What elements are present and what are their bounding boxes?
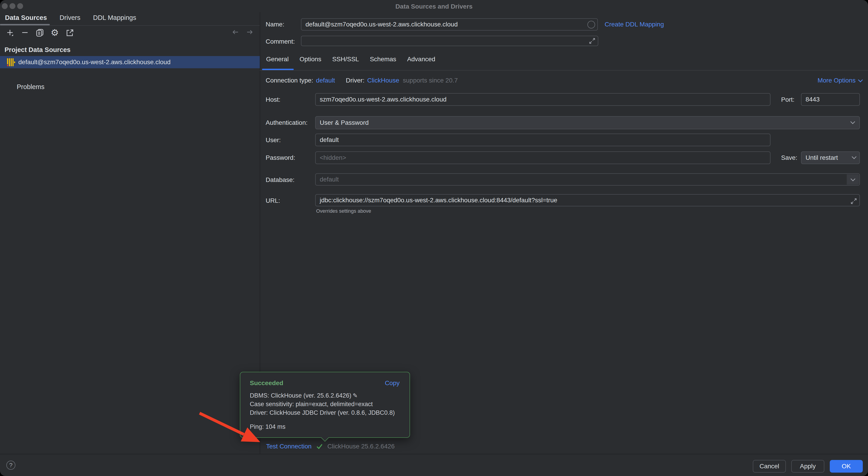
window-title: Data Sources and Drivers bbox=[0, 3, 868, 10]
data-sources-dialog: Data Sources and Drivers Data Sources Dr… bbox=[0, 0, 868, 476]
port-value: 8443 bbox=[806, 96, 819, 103]
sidebar-divider bbox=[0, 25, 260, 26]
edit-pencil-icon[interactable]: ✎ bbox=[353, 392, 358, 399]
authentication-value: User & Password bbox=[320, 119, 369, 126]
chevron-down-icon bbox=[850, 120, 855, 124]
cancel-label: Cancel bbox=[760, 463, 779, 470]
gear-icon: ⚙ bbox=[51, 28, 59, 37]
password-label: Password: bbox=[266, 154, 295, 161]
cancel-button[interactable]: Cancel bbox=[753, 460, 786, 473]
tab-options[interactable]: Options bbox=[300, 56, 321, 63]
user-value: default bbox=[320, 136, 339, 143]
more-options-toggle[interactable]: More Options bbox=[817, 77, 862, 84]
driver-link[interactable]: ClickHouse bbox=[367, 77, 399, 84]
authentication-select[interactable]: User & Password bbox=[315, 116, 860, 129]
connection-type-label: Connection type: bbox=[266, 77, 313, 84]
driver-line: Driver: ClickHouse JDBC Driver (ver. 0.8… bbox=[250, 408, 395, 417]
connection-tabs: General Options SSH/SSL Schemas Advanced bbox=[266, 56, 435, 63]
apply-button[interactable]: Apply bbox=[791, 460, 824, 473]
ok-label: OK bbox=[842, 463, 851, 470]
database-label: Database: bbox=[266, 176, 294, 183]
dbms-line: DBMS: ClickHouse (ver. 25.6.2.6426) bbox=[250, 392, 351, 399]
data-source-name: default@szm7oqed0o.us-west-2.aws.clickho… bbox=[18, 59, 170, 66]
minus-icon bbox=[20, 28, 29, 37]
ping-line: Ping: 104 ms bbox=[250, 423, 285, 430]
apply-label: Apply bbox=[800, 463, 816, 470]
sidebar-item-problems[interactable]: Problems bbox=[17, 83, 44, 91]
expand-icon[interactable] bbox=[589, 37, 595, 44]
data-source-list-item-selected[interactable]: default@szm7oqed0o.us-west-2.aws.clickho… bbox=[0, 56, 260, 68]
url-input[interactable]: jdbc:clickhouse://szm7oqed0o.us-west-2.a… bbox=[315, 194, 860, 206]
url-label: URL: bbox=[266, 197, 280, 204]
save-label: Save: bbox=[781, 154, 797, 161]
save-select[interactable]: Until restart bbox=[801, 151, 860, 164]
tab-general[interactable]: General bbox=[266, 56, 289, 63]
save-value: Until restart bbox=[806, 154, 838, 161]
chevron-down-icon bbox=[850, 176, 855, 181]
comment-input[interactable] bbox=[301, 36, 598, 46]
connection-type-link[interactable]: default bbox=[316, 77, 335, 84]
host-value: szm7oqed0o.us-west-2.aws.clickhouse.clou… bbox=[320, 96, 446, 103]
plus-icon bbox=[5, 28, 14, 37]
connection-status-text: ClickHouse 25.6.2.6426 bbox=[328, 443, 395, 450]
sidebar-toolbar: ⚙ bbox=[5, 28, 75, 37]
open-in-new-button[interactable] bbox=[65, 28, 75, 37]
host-input[interactable]: szm7oqed0o.us-west-2.aws.clickhouse.clou… bbox=[315, 93, 771, 106]
duplicate-button[interactable] bbox=[35, 28, 45, 37]
tab-drivers[interactable]: Drivers bbox=[60, 14, 80, 22]
database-value: default bbox=[320, 176, 339, 183]
user-label: User: bbox=[266, 137, 281, 144]
test-connection-row: Test Connection ClickHouse 25.6.2.6426 bbox=[266, 443, 395, 450]
project-data-sources-header: Project Data Sources bbox=[4, 46, 71, 54]
create-ddl-mapping-link[interactable]: Create DDL Mapping bbox=[604, 21, 664, 28]
connection-details: DBMS: ClickHouse (ver. 25.6.2.6426)✎ Cas… bbox=[250, 391, 395, 417]
success-status: Succeeded bbox=[250, 379, 283, 387]
url-value: jdbc:clickhouse://szm7oqed0o.us-west-2.a… bbox=[320, 197, 557, 204]
ok-button[interactable]: OK bbox=[830, 460, 863, 473]
more-options-label: More Options bbox=[817, 77, 856, 84]
question-mark-icon: ? bbox=[9, 462, 12, 469]
copy-icon bbox=[35, 28, 44, 37]
tab-ssh-ssl[interactable]: SSH/SSL bbox=[332, 56, 359, 63]
host-label: Host: bbox=[266, 96, 280, 103]
port-label: Port: bbox=[781, 96, 795, 103]
popup-caret bbox=[321, 434, 329, 442]
name-label: Name: bbox=[266, 21, 284, 28]
forward-arrow-icon[interactable] bbox=[246, 28, 254, 37]
remove-data-source-button[interactable] bbox=[20, 28, 30, 37]
tab-schemas[interactable]: Schemas bbox=[370, 56, 396, 63]
add-data-source-button[interactable] bbox=[5, 28, 15, 37]
case-sensitivity-line: Case sensitivity: plain=exact, delimited… bbox=[250, 400, 395, 408]
port-input[interactable]: 8443 bbox=[801, 93, 860, 106]
password-input[interactable]: <hidden> bbox=[315, 151, 771, 164]
clickhouse-icon bbox=[7, 58, 15, 66]
password-placeholder: <hidden> bbox=[320, 154, 346, 161]
sidebar-tabs: Data Sources Drivers DDL Mappings bbox=[5, 14, 136, 22]
name-value: default@szm7oqed0o.us-west-2.aws.clickho… bbox=[306, 21, 458, 28]
user-input[interactable]: default bbox=[315, 134, 771, 146]
url-note: Overrides settings above bbox=[316, 208, 371, 214]
bottom-divider bbox=[0, 454, 868, 454]
color-circle-icon[interactable] bbox=[587, 21, 595, 29]
help-button[interactable]: ? bbox=[6, 461, 16, 470]
back-arrow-icon[interactable] bbox=[231, 28, 239, 37]
database-dropdown-button[interactable] bbox=[847, 174, 859, 185]
test-connection-link[interactable]: Test Connection bbox=[266, 443, 312, 450]
tab-advanced[interactable]: Advanced bbox=[407, 56, 435, 63]
chevron-down-icon bbox=[858, 77, 863, 82]
comment-label: Comment: bbox=[266, 38, 295, 45]
tabs-divider bbox=[260, 70, 868, 70]
red-annotation-arrow bbox=[0, 0, 868, 476]
export-icon bbox=[65, 28, 74, 37]
expand-icon[interactable] bbox=[850, 198, 857, 205]
name-input[interactable]: default@szm7oqed0o.us-west-2.aws.clickho… bbox=[301, 18, 598, 31]
copy-link[interactable]: Copy bbox=[385, 379, 400, 387]
database-combobox[interactable]: default bbox=[315, 173, 860, 185]
data-source-properties-button[interactable]: ⚙ bbox=[50, 28, 60, 37]
tab-data-sources[interactable]: Data Sources bbox=[5, 14, 47, 22]
history-nav bbox=[231, 28, 254, 37]
chevron-down-icon bbox=[852, 155, 857, 159]
tab-ddl-mappings[interactable]: DDL Mappings bbox=[93, 14, 136, 22]
driver-label: Driver: bbox=[346, 77, 364, 84]
connection-type-row: Connection type: default Driver: ClickHo… bbox=[266, 77, 458, 84]
